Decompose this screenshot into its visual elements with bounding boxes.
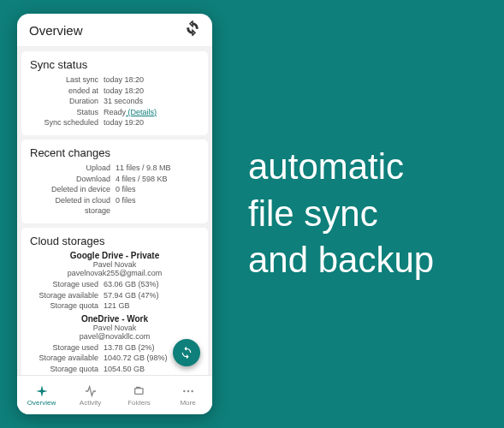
row-value: 13.78 GB (2%) [104, 342, 155, 354]
svg-rect-0 [134, 388, 142, 394]
nav-label: More [180, 399, 195, 407]
svg-point-3 [191, 389, 193, 391]
sync-icon[interactable] [185, 21, 200, 39]
marketing-text: automatic file sync and backup [248, 144, 434, 284]
row-label: Storage used [30, 342, 104, 354]
stat-row: Upload11 files / 9.8 MB [30, 163, 199, 174]
nav-overview[interactable]: Overview [17, 376, 66, 414]
row-value: 1040.72 GB (98%) [104, 353, 168, 364]
storage-user: Pavel Novak [30, 324, 199, 332]
row-value: Ready (Details) [104, 107, 157, 118]
details-link[interactable]: (Details) [126, 108, 157, 116]
nav-more[interactable]: More [163, 376, 212, 414]
storage-name: Google Drive - Private [30, 251, 199, 260]
row-value: 31 seconds [104, 96, 143, 107]
stat-row: ended attoday 18:20 [30, 86, 199, 97]
activity-icon [84, 384, 98, 398]
sync-fab[interactable] [173, 339, 200, 366]
row-label: Storage available [30, 353, 104, 364]
sparkle-icon [35, 384, 49, 398]
card-title: Recent changes [30, 146, 199, 159]
nav-label: Overview [27, 399, 56, 407]
row-value: 11 files / 9.8 MB [116, 163, 171, 174]
stat-row: Storage used63.06 GB (53%) [30, 279, 199, 290]
nav-label: Folders [127, 399, 151, 407]
row-value: today 18:20 [104, 74, 144, 86]
stat-row: Deleted in cloud storage0 files [30, 195, 199, 217]
row-label: Deleted in cloud storage [30, 195, 116, 217]
recent-changes-card[interactable]: Recent changes Upload11 files / 9.8 MBDo… [21, 140, 208, 223]
stat-row: Storage quota1054.50 GB [30, 364, 199, 375]
folders-icon [133, 384, 146, 398]
phone-frame: Overview Sync status Last synctoday 18:2… [17, 14, 212, 414]
row-value: 57.94 GB (47%) [104, 290, 159, 301]
row-value: 0 files [116, 195, 136, 217]
row-label: Sync scheduled [30, 117, 104, 128]
svg-point-1 [183, 389, 185, 391]
stat-row: Deleted in device0 files [30, 184, 199, 195]
storage-email: pavel@novakllc.com [30, 332, 199, 341]
row-label: Status [30, 107, 104, 118]
nav-label: Activity [80, 399, 101, 407]
row-label: Storage available [30, 290, 104, 301]
row-value: 4 files / 598 KB [116, 174, 168, 185]
row-label: Duration [30, 96, 104, 107]
bottom-nav: Overview Activity Folders More [17, 375, 212, 414]
row-value: today 18:20 [104, 86, 144, 97]
stat-row: StatusReady (Details) [30, 107, 199, 118]
row-label: Deleted in device [30, 184, 116, 195]
stat-row: Storage quota121 GB [30, 300, 199, 312]
scroll-content[interactable]: Sync status Last synctoday 18:20ended at… [17, 47, 212, 375]
row-value: 1054.50 GB [104, 364, 145, 375]
stat-row: Storage available57.94 GB (47%) [30, 290, 199, 301]
row-label: Storage quota [30, 300, 104, 312]
storage-email: pavelnovak255@gmail.com [30, 269, 199, 277]
nav-folders[interactable]: Folders [115, 376, 163, 414]
row-label: Upload [30, 163, 116, 174]
row-label: Storage used [30, 279, 104, 290]
app-header: Overview [17, 14, 212, 47]
card-title: Cloud storages [30, 235, 199, 247]
row-label: ended at [30, 86, 104, 97]
stat-row: Download4 files / 598 KB [30, 174, 199, 185]
svg-point-2 [187, 389, 188, 391]
stat-row: Sync scheduledtoday 19:20 [30, 117, 199, 128]
row-value: today 19:20 [104, 117, 144, 128]
storage-account[interactable]: OneDrive - WorkPavel Novakpavel@novakllc… [30, 314, 199, 375]
stat-row: Duration31 seconds [30, 96, 199, 107]
row-label: Storage quota [30, 364, 104, 375]
row-label: Last sync [30, 74, 104, 86]
row-label: Download [30, 174, 116, 185]
storage-name: OneDrive - Work [30, 314, 199, 324]
marketing-panel: automatic file sync and backup [212, 144, 487, 284]
card-title: Sync status [30, 58, 199, 71]
more-icon [181, 384, 195, 398]
sync-status-card[interactable]: Sync status Last synctoday 18:20ended at… [21, 51, 208, 135]
row-value: 0 files [116, 184, 136, 195]
stat-row: Last synctoday 18:20 [30, 74, 199, 86]
storage-user: Pavel Novak [30, 260, 199, 269]
row-value: 121 GB [104, 300, 130, 312]
nav-activity[interactable]: Activity [66, 376, 115, 414]
row-value: 63.06 GB (53%) [104, 279, 159, 290]
page-title: Overview [29, 23, 83, 38]
storage-account[interactable]: Google Drive - PrivatePavel Novakpavelno… [30, 251, 199, 312]
